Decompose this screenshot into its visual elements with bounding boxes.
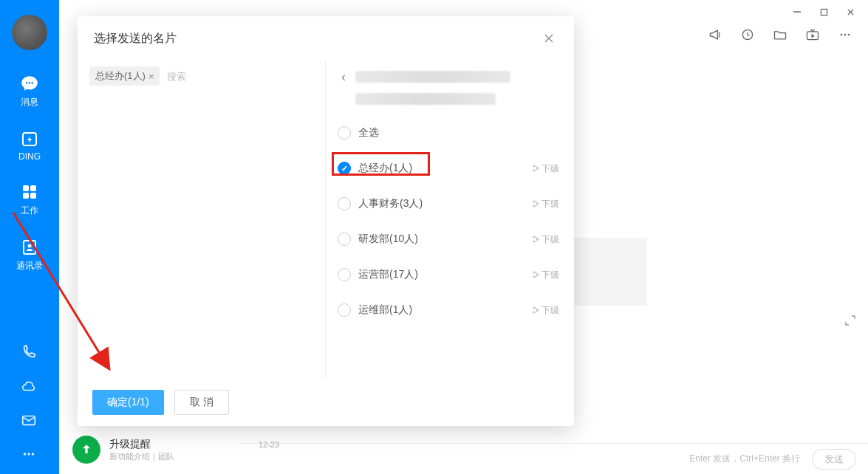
announcement-icon[interactable] (707, 27, 723, 43)
svg-rect-2 (30, 185, 36, 191)
contact-picker-modal: 选择发送的名片 总经办(1人) × ‹ 全选 (78, 16, 574, 426)
modal-header: 选择发送的名片 (78, 16, 574, 61)
selected-chip: 总经办(1人) × (89, 66, 160, 86)
nav-messages[interactable]: 消息 (20, 74, 39, 109)
dept-row[interactable]: 人事财务(3人)下级 (338, 186, 559, 221)
send-button[interactable]: 发送 (812, 449, 856, 470)
upgrade-badge-icon (72, 436, 100, 464)
close-button[interactable] (837, 3, 864, 21)
dept-label: 运维部(1人) (358, 303, 524, 317)
more-horizontal-icon[interactable] (837, 27, 853, 43)
more-icon[interactable] (21, 446, 38, 464)
svg-rect-1 (23, 185, 29, 191)
folder-icon[interactable] (772, 27, 788, 43)
modal-footer: 确定(1/1) 取 消 (78, 379, 574, 426)
select-all-row[interactable]: 全选 (338, 115, 559, 151)
toolbar-icons (707, 27, 853, 43)
radio-unchecked-icon[interactable] (338, 233, 351, 246)
svg-rect-4 (30, 193, 36, 199)
modal-title: 选择发送的名片 (94, 31, 177, 47)
sub-level-link[interactable]: 下级 (531, 162, 559, 175)
dept-row[interactable]: 总经办(1人)下级 (338, 151, 559, 186)
avatar[interactable] (12, 15, 47, 50)
svg-point-8 (24, 453, 26, 455)
dept-row[interactable]: 研发部(10人)下级 (338, 221, 559, 257)
radio-unchecked-icon[interactable] (338, 303, 351, 317)
radio-unchecked-icon[interactable] (338, 268, 351, 281)
chat-bubble-icon (20, 74, 39, 93)
svg-rect-3 (23, 193, 29, 199)
radio-unchecked-icon[interactable] (338, 197, 351, 210)
dept-label: 运营部(17人) (358, 268, 524, 281)
select-all-label: 全选 (358, 126, 559, 140)
radio-checked-icon[interactable] (338, 162, 351, 175)
list-item-title: 升级提醒 (109, 438, 174, 451)
cancel-button[interactable]: 取 消 (174, 390, 229, 415)
modal-left-panel: 总经办(1人) × (78, 61, 325, 379)
svg-rect-12 (821, 9, 827, 15)
svg-point-6 (28, 244, 32, 248)
chat-footer: Enter 发送，Ctrl+Enter 换行 发送 (239, 443, 868, 474)
redacted-text (355, 93, 496, 105)
svg-point-17 (841, 34, 843, 36)
dept-row[interactable]: 运营部(17人)下级 (338, 257, 559, 292)
window-controls (784, 3, 864, 21)
dept-label: 研发部(10人) (358, 233, 524, 246)
svg-point-10 (32, 453, 34, 455)
maximize-button[interactable] (810, 3, 837, 21)
radio-unchecked-icon[interactable] (338, 126, 351, 140)
nav-work[interactable]: 工作 (20, 182, 39, 217)
svg-point-19 (848, 34, 850, 36)
chip-label: 总经办(1人) (95, 69, 146, 83)
chip-remove-icon[interactable]: × (148, 71, 154, 82)
modal-right-panel: ‹ 全选 总经办(1人)下级人事财务(3人)下级研发部(10人)下级运营部(17… (325, 61, 574, 379)
list-item-date: 12-23 (259, 440, 279, 449)
clock-icon[interactable] (739, 27, 756, 43)
nav-ding[interactable]: DING (18, 129, 41, 162)
calendar-bolt-icon (20, 129, 39, 148)
tv-icon[interactable] (804, 27, 821, 43)
list-item-upgrade[interactable]: 升级提醒 新功能介绍｜团队 (72, 436, 174, 464)
left-nav: 消息 DING 工作 通讯录 (0, 0, 59, 474)
nav-label: DING (18, 151, 41, 162)
confirm-button[interactable]: 确定(1/1) (92, 390, 164, 415)
cloud-icon[interactable] (21, 378, 38, 396)
sub-level-link[interactable]: 下级 (531, 269, 559, 281)
nav-contacts[interactable]: 通讯录 (16, 238, 43, 272)
dept-label: 人事财务(3人) (358, 197, 524, 210)
minimize-button[interactable] (784, 3, 810, 21)
search-input[interactable] (164, 68, 313, 85)
nav-label: 通讯录 (16, 260, 43, 272)
phone-icon[interactable] (21, 344, 38, 362)
nav-label: 消息 (21, 96, 38, 109)
mail-icon[interactable] (21, 412, 38, 430)
expand-icon[interactable] (844, 315, 856, 326)
svg-point-9 (27, 453, 30, 455)
dept-row[interactable]: 运维部(1人)下级 (338, 292, 559, 328)
modal-close-button[interactable] (540, 30, 558, 47)
sub-level-link[interactable]: 下级 (531, 233, 559, 246)
redacted-text (355, 71, 510, 83)
nav-label: 工作 (21, 205, 38, 217)
sub-level-link[interactable]: 下级 (531, 198, 559, 210)
sub-level-link[interactable]: 下级 (531, 304, 559, 317)
dept-label: 总经办(1人) (358, 162, 524, 175)
contacts-icon (20, 238, 39, 257)
apps-grid-icon (20, 182, 39, 202)
breadcrumb-back-icon[interactable]: ‹ (338, 69, 349, 85)
svg-point-18 (844, 34, 847, 36)
send-hint: Enter 发送，Ctrl+Enter 换行 (689, 453, 800, 465)
list-item-subtitle: 新功能介绍｜团队 (109, 451, 174, 462)
